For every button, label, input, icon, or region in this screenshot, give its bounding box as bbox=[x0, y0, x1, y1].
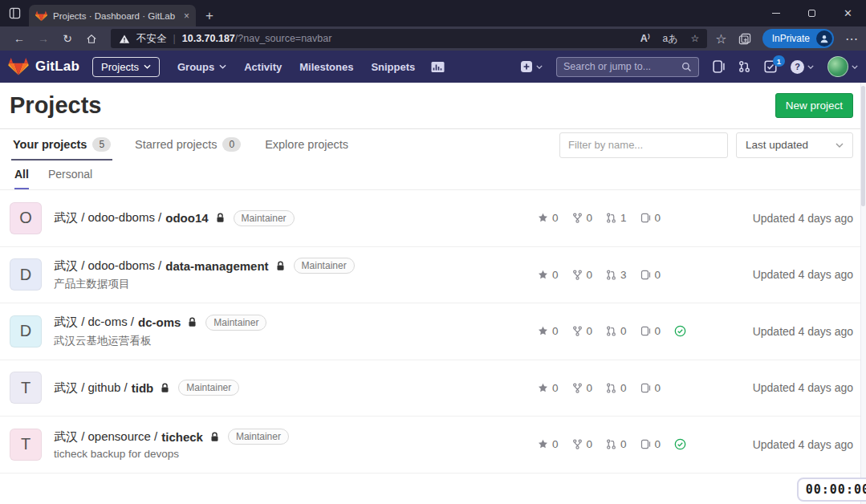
fork-count[interactable]: 0 bbox=[572, 325, 593, 337]
project-avatar[interactable]: D bbox=[10, 258, 42, 291]
tab-actions-button[interactable] bbox=[0, 0, 29, 26]
fork-count[interactable]: 0 bbox=[572, 212, 593, 224]
star-count[interactable]: 0 bbox=[538, 438, 559, 450]
issues-icon bbox=[640, 213, 651, 223]
gitlab-logo[interactable]: GitLab bbox=[8, 57, 79, 76]
refresh-button[interactable]: ↻ bbox=[56, 28, 79, 49]
gitlab-wordmark: GitLab bbox=[35, 59, 79, 75]
star-count[interactable]: 0 bbox=[538, 382, 559, 394]
project-name[interactable]: tidb bbox=[132, 381, 154, 395]
new-tab-button[interactable]: + bbox=[205, 9, 213, 22]
subtab-all[interactable]: All bbox=[14, 161, 29, 189]
minimize-button[interactable] bbox=[758, 0, 794, 26]
not-secure-warning-icon bbox=[119, 34, 130, 44]
tab-your-projects[interactable]: Your projects 5 bbox=[11, 129, 112, 161]
sort-dropdown[interactable]: Last updated bbox=[736, 132, 853, 158]
address-bar[interactable]: 不安全 | 10.3.70.187/?nav_source=navbar A) … bbox=[111, 29, 707, 48]
project-namespace[interactable]: 武汉 / opensource / bbox=[54, 429, 157, 445]
project-namespace[interactable]: 武汉 / github / bbox=[54, 380, 128, 396]
analytics-chart-icon[interactable] bbox=[431, 61, 445, 73]
merge-request-count[interactable]: 1 bbox=[606, 212, 627, 224]
project-row[interactable]: T 武汉 / github / tidb Maintainer 0 0 bbox=[0, 360, 866, 417]
not-secure-label[interactable]: 不安全 bbox=[136, 32, 167, 46]
tab-starred-projects[interactable]: Starred projects 0 bbox=[133, 129, 242, 161]
tab-explore-projects[interactable]: Explore projects bbox=[263, 129, 350, 161]
project-avatar[interactable]: T bbox=[10, 372, 42, 404]
tanuki-icon bbox=[8, 57, 29, 76]
url-text[interactable]: 10.3.70.187/?nav_source=navbar bbox=[182, 33, 332, 44]
project-avatar[interactable]: D bbox=[10, 315, 42, 348]
project-namespace[interactable]: 武汉 / odoo-dboms / bbox=[54, 258, 161, 274]
star-count[interactable]: 0 bbox=[538, 212, 559, 224]
issue-count[interactable]: 0 bbox=[640, 212, 661, 224]
fork-count[interactable]: 0 bbox=[572, 269, 593, 281]
project-name[interactable]: ticheck bbox=[161, 430, 203, 444]
project-title[interactable]: 武汉 / odoo-dboms / odoo14 Maintainer bbox=[54, 210, 538, 226]
fork-count[interactable]: 0 bbox=[572, 382, 593, 394]
close-window-button[interactable]: ✕ bbox=[830, 0, 866, 26]
star-count[interactable]: 0 bbox=[538, 325, 559, 337]
fork-count[interactable]: 0 bbox=[572, 438, 593, 450]
project-name[interactable]: dc-oms bbox=[138, 315, 181, 329]
global-search[interactable] bbox=[556, 57, 699, 77]
project-avatar[interactable]: T bbox=[10, 429, 42, 461]
home-icon bbox=[86, 34, 97, 44]
nav-item-groups[interactable]: Groups bbox=[177, 61, 226, 73]
nav-item-projects[interactable]: Projects bbox=[92, 57, 160, 77]
project-row[interactable]: T 武汉 / opensource / ticheck Maintainer t… bbox=[0, 417, 866, 474]
subtab-personal[interactable]: Personal bbox=[48, 161, 92, 189]
project-row[interactable]: D 武汉 / dc-oms / dc-oms Maintainer 武汉云基地运… bbox=[0, 303, 866, 360]
browser-tab[interactable]: Projects · Dashboard · GitLab × bbox=[29, 5, 196, 26]
nav-item-activity[interactable]: Activity bbox=[244, 61, 282, 73]
help-menu-button[interactable]: ? bbox=[791, 60, 814, 74]
issue-count[interactable]: 0 bbox=[640, 325, 661, 337]
project-name[interactable]: odoo14 bbox=[165, 211, 208, 225]
collections-icon[interactable] bbox=[738, 33, 751, 45]
issues-icon[interactable] bbox=[713, 60, 725, 73]
merge-requests-icon[interactable] bbox=[738, 60, 750, 73]
browser-menu-icon[interactable]: ⋯ bbox=[845, 31, 858, 47]
user-menu-button[interactable] bbox=[827, 56, 858, 77]
project-row[interactable]: O 武汉 / odoo-dboms / odoo14 Maintainer 0 … bbox=[0, 190, 866, 247]
issue-count[interactable]: 0 bbox=[640, 269, 661, 281]
page-scrollbar[interactable] bbox=[860, 83, 866, 504]
forward-button[interactable]: → bbox=[32, 28, 55, 49]
fork-icon bbox=[572, 326, 583, 336]
back-button[interactable]: ← bbox=[8, 28, 30, 49]
project-title[interactable]: 武汉 / odoo-dboms / data-management Mainta… bbox=[54, 258, 538, 274]
project-row[interactable]: D 武汉 / odoo-dboms / data-management Main… bbox=[0, 247, 866, 304]
tabs-right-controls: Last updated bbox=[559, 132, 853, 158]
merge-request-count[interactable]: 0 bbox=[606, 382, 627, 394]
search-input[interactable] bbox=[563, 61, 681, 72]
project-title[interactable]: 武汉 / dc-oms / dc-oms Maintainer bbox=[54, 315, 538, 331]
project-avatar[interactable]: O bbox=[10, 202, 42, 234]
new-menu-button[interactable] bbox=[520, 60, 543, 73]
merge-request-count[interactable]: 3 bbox=[606, 269, 627, 281]
chevron-down-icon bbox=[219, 64, 226, 69]
add-favorite-icon[interactable]: ☆ bbox=[691, 33, 700, 44]
user-avatar bbox=[827, 56, 848, 77]
todos-button[interactable]: 1 bbox=[764, 60, 777, 73]
translate-icon[interactable]: aあ bbox=[663, 32, 678, 46]
maximize-button[interactable] bbox=[794, 0, 830, 26]
home-button[interactable] bbox=[80, 28, 103, 49]
read-aloud-icon[interactable]: A) bbox=[640, 32, 650, 44]
issue-count[interactable]: 0 bbox=[640, 382, 661, 394]
merge-request-count[interactable]: 0 bbox=[606, 438, 627, 450]
filter-by-name-input[interactable] bbox=[559, 132, 728, 158]
project-namespace[interactable]: 武汉 / odoo-dboms / bbox=[54, 210, 161, 226]
project-title[interactable]: 武汉 / github / tidb Maintainer bbox=[54, 380, 538, 396]
inprivate-badge[interactable]: InPrivate bbox=[762, 29, 834, 48]
nav-item-milestones[interactable]: Milestones bbox=[299, 61, 353, 73]
issue-count[interactable]: 0 bbox=[640, 438, 661, 450]
tab-close-icon[interactable]: × bbox=[184, 10, 189, 22]
project-title[interactable]: 武汉 / opensource / ticheck Maintainer bbox=[54, 429, 538, 445]
scrollbar-thumb[interactable] bbox=[861, 86, 865, 206]
merge-request-count[interactable]: 0 bbox=[606, 325, 627, 337]
project-name[interactable]: data-management bbox=[165, 259, 268, 273]
star-count[interactable]: 0 bbox=[538, 269, 559, 281]
nav-item-snippets[interactable]: Snippets bbox=[371, 61, 415, 73]
project-namespace[interactable]: 武汉 / dc-oms / bbox=[54, 315, 134, 330]
new-project-button[interactable]: New project bbox=[775, 93, 853, 118]
favorites-bar-icon[interactable]: ☆ bbox=[715, 31, 726, 47]
